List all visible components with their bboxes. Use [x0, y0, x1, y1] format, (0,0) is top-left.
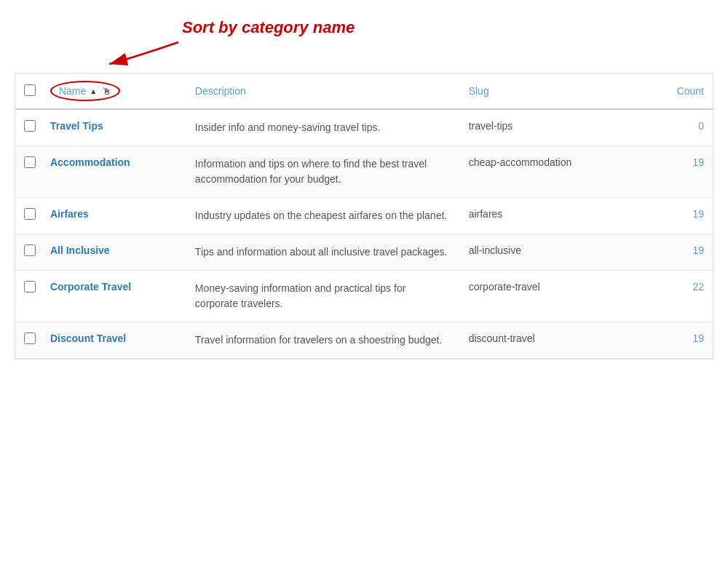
- row-name-link[interactable]: Airfares: [50, 208, 89, 220]
- row-checkbox[interactable]: [24, 120, 36, 132]
- table-row: Accommodation Information and tips on wh…: [15, 146, 713, 198]
- row-count-cell: 0: [641, 109, 713, 146]
- table-row: Travel Tips Insider info and money-savin…: [15, 109, 713, 146]
- row-count-cell: 19: [641, 234, 713, 271]
- categories-table: Name ▲ 🖱 Description Slug Count: [15, 73, 713, 359]
- row-checkbox-cell[interactable]: [15, 198, 41, 234]
- column-header-name[interactable]: Name ▲ 🖱: [41, 73, 186, 109]
- row-name-cell: Corporate Travel: [41, 271, 186, 322]
- row-name-link[interactable]: All Inclusive: [50, 244, 110, 256]
- column-header-count: Count: [641, 73, 713, 109]
- row-slug-cell: airfares: [460, 198, 641, 234]
- row-slug-cell: corporate-travel: [460, 271, 641, 322]
- row-checkbox-cell[interactable]: [15, 271, 41, 322]
- row-name-cell: Airfares: [41, 198, 186, 234]
- row-name-cell: Travel Tips: [41, 109, 186, 146]
- row-description-cell: Insider info and money-saving travel tip…: [186, 109, 460, 146]
- column-header-description: Description: [186, 73, 460, 109]
- row-name-cell: Accommodation: [41, 146, 186, 198]
- row-description-cell: Travel information for travelers on a sh…: [186, 322, 460, 359]
- row-name-link[interactable]: Discount Travel: [50, 333, 126, 344]
- row-checkbox[interactable]: [24, 208, 36, 220]
- row-name-cell: Discount Travel: [41, 322, 186, 359]
- row-name-link[interactable]: Travel Tips: [50, 120, 103, 132]
- annotation-arrow: [22, 15, 313, 73]
- row-description-cell: Money-saving information and practical t…: [186, 271, 460, 322]
- row-count-cell: 19: [641, 146, 713, 198]
- row-description-cell: Industry updates on the cheapest airfare…: [186, 198, 460, 234]
- column-header-slug: Slug: [460, 73, 641, 109]
- row-name-link[interactable]: Corporate Travel: [50, 281, 131, 293]
- name-header-label: Name: [59, 85, 86, 97]
- row-slug-cell: cheap-accommodation: [460, 146, 641, 198]
- row-count-cell: 19: [641, 322, 713, 359]
- row-checkbox[interactable]: [24, 244, 36, 256]
- row-slug-cell: travel-tips: [460, 109, 641, 146]
- row-count-cell: 19: [641, 198, 713, 234]
- table-row: Airfares Industry updates on the cheapes…: [15, 198, 713, 234]
- row-name-cell: All Inclusive: [41, 234, 186, 271]
- row-description-cell: Information and tips on where to find th…: [186, 146, 460, 198]
- table-row: Discount Travel Travel information for t…: [15, 322, 713, 359]
- row-name-link[interactable]: Accommodation: [50, 156, 130, 168]
- row-slug-cell: all-inclusive: [460, 234, 641, 271]
- table-row: Corporate Travel Money-saving informatio…: [15, 271, 713, 322]
- annotation-area: Sort by category name: [22, 15, 728, 73]
- row-checkbox-cell[interactable]: [15, 322, 41, 359]
- select-all-checkbox[interactable]: [24, 84, 36, 96]
- table-header-row: Name ▲ 🖱 Description Slug Count: [15, 73, 713, 109]
- cursor-icon: 🖱: [102, 86, 111, 97]
- row-checkbox[interactable]: [24, 333, 36, 344]
- table-row: All Inclusive Tips and information about…: [15, 234, 713, 271]
- row-checkbox[interactable]: [24, 156, 36, 168]
- row-checkbox-cell[interactable]: [15, 146, 41, 198]
- row-count-cell: 22: [641, 271, 713, 322]
- table-container: Name ▲ 🖱 Description Slug Count: [15, 73, 713, 359]
- row-checkbox-cell[interactable]: [15, 234, 41, 271]
- sort-arrow-icon: ▲: [90, 87, 97, 95]
- row-checkbox-cell[interactable]: [15, 109, 41, 146]
- table-body: Travel Tips Insider info and money-savin…: [15, 109, 713, 359]
- row-slug-cell: discount-travel: [460, 322, 641, 359]
- row-checkbox[interactable]: [24, 281, 36, 293]
- select-all-checkbox-cell[interactable]: [15, 73, 41, 109]
- page-wrapper: Sort by category name Name: [0, 0, 728, 569]
- row-description-cell: Tips and information about all inclusive…: [186, 234, 460, 271]
- name-sort-button[interactable]: Name ▲ 🖱: [50, 81, 120, 101]
